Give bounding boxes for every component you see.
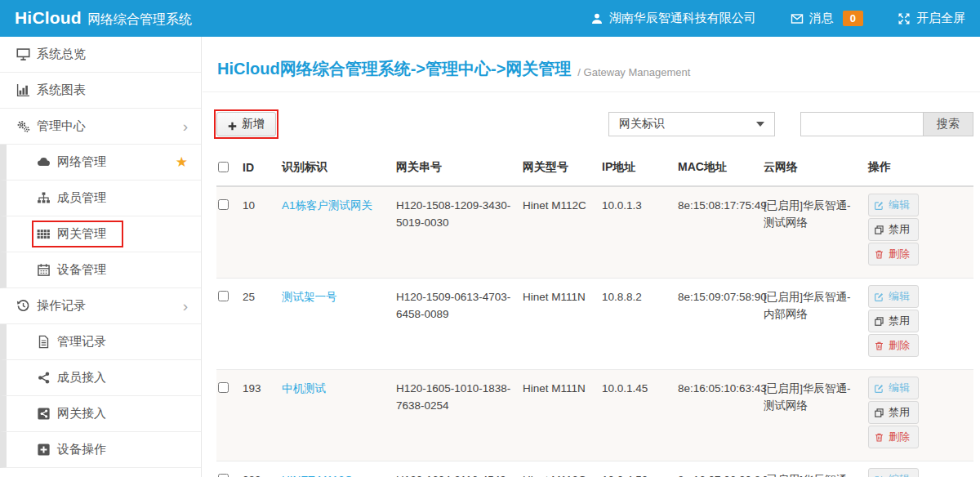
edit-button[interactable]: 编辑 — [868, 285, 919, 308]
col-header-id: ID — [241, 149, 280, 186]
messages-menu[interactable]: 消息 0 — [791, 11, 863, 26]
delete-button[interactable]: 删除 — [868, 426, 919, 448]
gateway-name-link[interactable]: A1栋客户测试网关 — [282, 199, 372, 212]
sidebar-item-network-management[interactable]: 网络管理 ★ — [0, 145, 201, 181]
delete-button[interactable]: 删除 — [868, 243, 919, 265]
search-input[interactable] — [800, 112, 924, 136]
table-row: 283 HINET M113C H120-1604-2116-4549-6166… — [216, 461, 973, 477]
delete-label: 删除 — [889, 338, 910, 353]
sidebar-item-label: 设备管理 — [57, 262, 106, 278]
cell-id: 193 — [241, 370, 280, 461]
sidebar-item-label: 系统图表 — [37, 82, 86, 98]
cell-id: 25 — [241, 279, 280, 370]
add-button[interactable]: 新增 — [216, 112, 276, 136]
cell-serial: H120-1605-1010-1838-7638-0254 — [394, 370, 521, 461]
cell-id: 283 — [241, 461, 280, 477]
sidebar-item-label: 设备操作 — [57, 442, 106, 457]
cell-ip: 10.0.1.45 — [600, 370, 676, 461]
sidebar-nav: 系统总览 系统图表 管理中心 › 网络管理 ★ 成员管理 — [0, 37, 202, 477]
cell-cloud: [已启用]华辰智通-内部网络 — [762, 279, 866, 370]
row-checkbox[interactable] — [218, 199, 229, 210]
edit-icon — [874, 475, 884, 477]
filter-field-select[interactable]: 网关标识 — [608, 112, 775, 136]
sidebar-item-label: 管理记录 — [57, 334, 106, 350]
sidebar-item-label: 网关接入 — [57, 406, 106, 421]
search-group: 搜索 — [800, 112, 973, 136]
cell-ip: 10.0.1.3 — [600, 186, 676, 279]
sidebar-item-system-overview[interactable]: 系统总览 — [0, 37, 201, 73]
caret-down-icon — [756, 122, 764, 127]
account-menu[interactable]: 湖南华辰智通科技有限公司 — [590, 11, 756, 26]
gateway-name-link[interactable]: HINET M113C — [282, 474, 353, 477]
share-square-icon — [37, 407, 51, 421]
edit-button[interactable]: 编辑 — [868, 468, 919, 477]
app-logo[interactable]: HiCloud 网络综合管理系统 — [15, 8, 192, 29]
row-checkbox[interactable] — [218, 291, 229, 301]
toolbar: 新增 网关标识 搜索 — [214, 109, 973, 139]
share-icon — [37, 371, 51, 385]
col-header-ip: IP地址 — [600, 149, 676, 186]
table-row: 10 A1栋客户测试网关 H120-1508-1209-3430-5019-00… — [216, 186, 973, 279]
gateway-name-link[interactable]: 中机测试 — [282, 382, 326, 395]
cell-model: Hinet M112C — [521, 186, 600, 279]
topbar-right-group: 湖南华辰智通科技有限公司 消息 0 开启全屏 — [590, 11, 965, 26]
cloud-icon — [37, 155, 51, 169]
col-header-actions: 操作 — [866, 149, 973, 186]
search-controls: 网关标识 搜索 — [608, 112, 973, 136]
trash-icon — [874, 432, 884, 443]
sidebar-item-device-management[interactable]: 设备管理 — [0, 252, 201, 288]
sidebar-item-gateway-management[interactable]: 网关管理 — [0, 216, 201, 252]
sidebar-item-label: 管理中心 — [37, 118, 86, 134]
fullscreen-label: 开启全屏 — [916, 11, 965, 26]
gateway-management-page: HiCloud 网络综合管理系统 湖南华辰智通科技有限公司 消息 0 — [0, 0, 980, 477]
sidebar-item-operation-records[interactable]: 操作记录 › — [0, 288, 201, 324]
sidebar-item-admin-records[interactable]: 管理记录 — [0, 324, 201, 360]
cell-cloud: [已启用]华辰智通-体验网络 — [762, 461, 866, 477]
fullscreen-icon — [898, 12, 911, 25]
select-all-checkbox[interactable] — [218, 162, 229, 172]
sidebar-item-label: 成员接入 — [57, 370, 106, 386]
cell-id: 10 — [241, 186, 280, 279]
bar-chart-icon — [16, 83, 30, 97]
gateway-name-link[interactable]: 测试架一号 — [282, 291, 337, 303]
col-header-model: 网关型号 — [521, 149, 600, 186]
cell-mac: 8e:16:07:06:20:84 — [676, 461, 762, 477]
row-checkbox[interactable] — [218, 474, 229, 477]
plus-icon — [228, 120, 237, 129]
edit-button[interactable]: 编辑 — [868, 194, 919, 216]
table-header-row: ID 识别标识 网关串号 网关型号 IP地址 MAC地址 云网络 操作 — [216, 149, 973, 186]
sidebar-item-member-management[interactable]: 成员管理 — [0, 181, 201, 216]
search-button[interactable]: 搜索 — [924, 112, 973, 136]
gateway-table: ID 识别标识 网关串号 网关型号 IP地址 MAC地址 云网络 操作 10 A… — [216, 149, 973, 477]
user-icon — [590, 12, 604, 25]
sidebar-item-label: 系统总览 — [37, 47, 86, 62]
brand-name: HiCloud — [15, 8, 82, 28]
col-header-name: 识别标识 — [280, 149, 394, 186]
edit-button[interactable]: 编辑 — [868, 377, 919, 399]
clone-icon — [874, 408, 884, 418]
sidebar-item-system-charts[interactable]: 系统图表 — [0, 73, 201, 109]
delete-button[interactable]: 删除 — [868, 334, 919, 357]
fullscreen-toggle[interactable]: 开启全屏 — [898, 11, 965, 26]
sidebar-item-label: 网关管理 — [57, 226, 106, 242]
disable-button[interactable]: 禁用 — [868, 218, 919, 241]
col-header-mac: MAC地址 — [676, 149, 762, 186]
disable-label: 禁用 — [889, 405, 910, 420]
top-header-bar: HiCloud 网络综合管理系统 湖南华辰智通科技有限公司 消息 0 — [0, 0, 980, 37]
cell-model: Hinet M113C — [521, 461, 600, 477]
cell-serial: H120-1508-1209-3430-5019-0030 — [394, 186, 521, 279]
chevron-right-icon: › — [183, 298, 188, 314]
disable-button[interactable]: 禁用 — [868, 310, 919, 332]
sidebar-item-device-operations[interactable]: 设备操作 — [0, 432, 201, 468]
edit-icon — [874, 200, 884, 211]
envelope-icon — [791, 12, 804, 25]
sidebar-item-gateway-access[interactable]: 网关接入 — [0, 396, 201, 432]
sidebar-item-member-access[interactable]: 成员接入 — [0, 360, 201, 396]
delete-label: 删除 — [889, 430, 910, 444]
row-checkbox[interactable] — [218, 382, 229, 393]
cell-ip: 10.0.4.50 — [600, 461, 676, 477]
sidebar-item-admin-center[interactable]: 管理中心 › — [0, 109, 201, 145]
edit-label: 编辑 — [889, 381, 910, 395]
disable-button[interactable]: 禁用 — [868, 401, 919, 424]
page-title: HiCloud网络综合管理系统->管理中心->网关管理 — [217, 58, 571, 80]
